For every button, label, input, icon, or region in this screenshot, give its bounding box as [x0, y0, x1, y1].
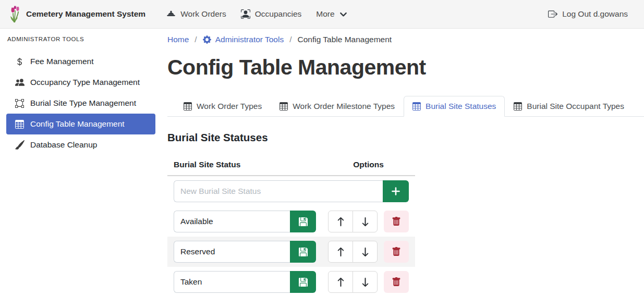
breadcrumb-admin-tools-label: Administrator Tools [215, 35, 284, 44]
move-down-button[interactable] [353, 241, 378, 263]
sidebar-item-label: Database Cleanup [30, 140, 97, 150]
nav-work-orders-label: Work Orders [180, 9, 226, 19]
move-down-button[interactable] [353, 271, 378, 293]
save-icon [299, 278, 308, 287]
burial-site-status-table: Burial Site Status Options [167, 156, 415, 297]
delete-status-button[interactable] [384, 211, 409, 232]
nav-more-label: More [316, 9, 334, 19]
navbar-links: Work Orders Occupancies More [159, 5, 355, 23]
tab-burial-site-statuses[interactable]: Burial Site Statuses [404, 96, 505, 117]
breadcrumb-current: Config Table Management [298, 35, 392, 44]
add-status-button[interactable] [383, 180, 409, 202]
reorder-button-group [328, 271, 378, 293]
save-icon [299, 217, 308, 226]
sidebar-item-occupancy-type-management[interactable]: Occupancy Type Management [6, 72, 155, 93]
delete-status-button[interactable] [384, 241, 409, 263]
status-row-available [167, 206, 415, 237]
tab-work-order-milestone-types[interactable]: Work Order Milestone Types [271, 96, 404, 117]
sidebar-item-label: Config Table Management [30, 119, 125, 129]
table-icon [280, 102, 288, 110]
table-icon [14, 120, 25, 129]
chevron-down-icon [339, 10, 347, 18]
nav-occupancies[interactable]: Occupancies [234, 5, 309, 23]
breadcrumb-separator: / [289, 35, 291, 44]
sidebar-item-label: Occupancy Type Management [30, 78, 140, 87]
trash-icon [392, 217, 401, 226]
dollar-icon [14, 57, 25, 66]
sidebar: ADMINISTRATOR TOOLS Fee Management Occup… [0, 29, 162, 308]
navbar-right: Log Out d.gowans [541, 5, 635, 23]
move-down-button[interactable] [353, 211, 378, 232]
breadcrumb-admin-tools-link[interactable]: Administrator Tools [203, 35, 284, 44]
sidebar-heading: ADMINISTRATOR TOOLS [7, 36, 155, 42]
breadcrumb: Home / Administrator Tools / Config Tabl… [167, 34, 644, 45]
status-value-input[interactable] [174, 241, 290, 263]
move-up-button[interactable] [328, 271, 353, 293]
brush-icon [14, 140, 25, 150]
tab-burial-site-occupant-types[interactable]: Burial Site Occupant Types [505, 96, 633, 117]
delete-status-button[interactable] [384, 271, 409, 293]
save-status-button[interactable] [290, 211, 316, 232]
section-heading: Burial Site Statuses [167, 131, 644, 144]
logout-link[interactable]: Log Out d.gowans [541, 5, 635, 23]
trash-icon [392, 247, 401, 256]
arrow-down-icon [360, 277, 370, 287]
new-status-row [167, 176, 415, 206]
logout-label: Log Out d.gowans [562, 9, 628, 19]
breadcrumb-home-link[interactable]: Home [167, 35, 189, 44]
new-burial-site-status-input[interactable] [174, 180, 383, 202]
breadcrumb-separator: / [195, 35, 197, 44]
status-value-input[interactable] [174, 211, 290, 232]
hard-hat-icon [166, 9, 176, 19]
nav-occupancies-label: Occupancies [255, 9, 302, 19]
tab-label: Burial Site Occupant Types [527, 102, 624, 111]
tab-work-order-types[interactable]: Work Order Types [175, 96, 271, 117]
nav-more[interactable]: More [309, 5, 354, 23]
gear-icon [203, 35, 211, 44]
tab-label: Work Order Milestone Types [293, 102, 395, 111]
status-row-taken [167, 267, 415, 297]
reorder-button-group [328, 211, 378, 232]
table-icon [412, 102, 421, 110]
status-value-input[interactable] [174, 271, 290, 293]
app-title: Cemetery Management System [26, 9, 145, 19]
arrow-up-icon [336, 277, 346, 287]
column-header-burial-site-status: Burial Site Status [174, 160, 328, 169]
sidebar-item-label: Burial Site Type Management [30, 98, 136, 108]
move-up-button[interactable] [328, 211, 353, 232]
main-content: Home / Administrator Tools / Config Tabl… [162, 29, 644, 308]
sidebar-item-fee-management[interactable]: Fee Management [6, 51, 155, 72]
nav-work-orders[interactable]: Work Orders [159, 5, 234, 23]
plus-icon [391, 187, 400, 196]
column-header-options: Options [328, 160, 409, 169]
page-title: Config Table Management [167, 55, 644, 80]
save-status-button[interactable] [290, 271, 316, 293]
sidebar-item-burial-site-type-management[interactable]: Burial Site Type Management [6, 93, 155, 114]
people-icon [14, 78, 25, 87]
save-icon [299, 248, 308, 256]
top-navbar: Cemetery Management System Work Orders O… [0, 0, 644, 29]
tab-label: Work Order Types [197, 102, 262, 111]
arrow-up-icon [336, 247, 346, 257]
arrow-down-icon [360, 217, 370, 227]
table-icon [514, 102, 522, 110]
tab-bar: Work Order Types Work Order Milestone Ty… [167, 96, 644, 117]
save-status-button[interactable] [290, 241, 316, 263]
table-icon [184, 102, 192, 110]
box-arrow-right-icon [548, 9, 557, 19]
tab-label: Burial Site Statuses [426, 102, 496, 111]
reorder-button-group [328, 241, 378, 263]
move-up-button[interactable] [328, 241, 353, 263]
arrow-down-icon [360, 247, 370, 257]
sidebar-item-config-table-management[interactable]: Config Table Management [6, 114, 155, 134]
person-bounding-box-icon [241, 9, 250, 19]
arrow-up-icon [336, 217, 346, 227]
bounding-box-icon [14, 99, 25, 108]
trash-icon [392, 277, 401, 287]
sidebar-item-label: Fee Management [30, 57, 94, 66]
status-row-reserved [167, 237, 415, 267]
sidebar-item-database-cleanup[interactable]: Database Cleanup [6, 134, 155, 155]
tulips-logo-icon [9, 5, 21, 23]
table-header-row: Burial Site Status Options [167, 156, 415, 176]
app-brand[interactable]: Cemetery Management System [9, 5, 145, 23]
